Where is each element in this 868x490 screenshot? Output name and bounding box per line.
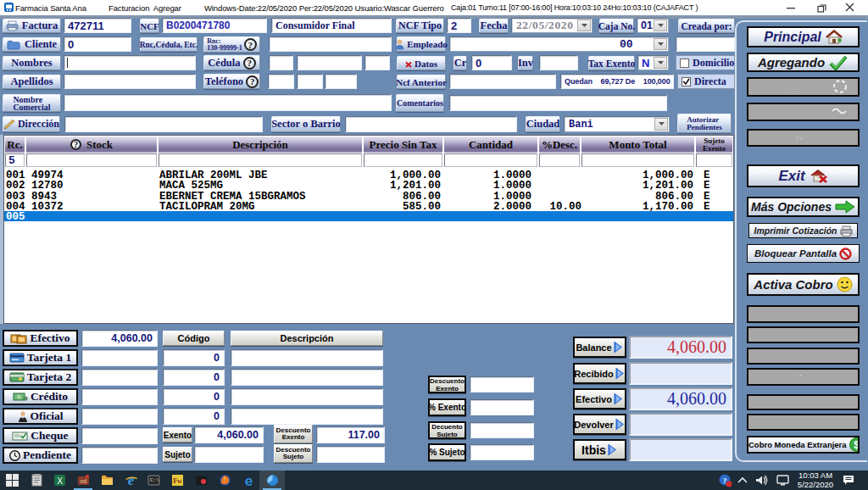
svg-text:e: e	[128, 474, 135, 487]
svg-text:C:\: C:\	[150, 477, 159, 483]
svg-text:'' .: '' .	[799, 373, 806, 381]
svg-text:e: e	[245, 474, 253, 487]
svg-text:$: $	[854, 439, 858, 451]
svg-text:. .. ... ..: . .. ... ..	[782, 84, 803, 92]
svg-text:od: od	[81, 478, 87, 484]
svg-text:.. ... .: .. ... .	[778, 109, 793, 117]
svg-text:Fw: Fw	[173, 477, 182, 485]
svg-text:↕=: ↕=	[795, 134, 804, 142]
svg-text:X: X	[57, 476, 63, 486]
